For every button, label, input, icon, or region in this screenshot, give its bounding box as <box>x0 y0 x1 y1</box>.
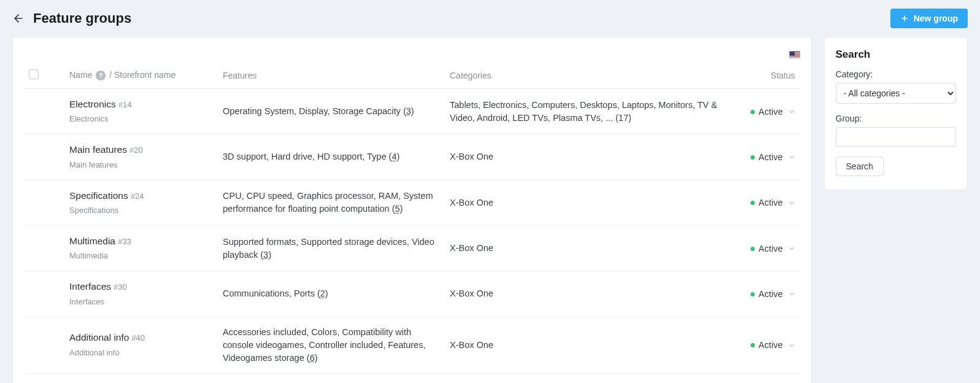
feature-groups-table: Name ? / Storefront name Features Catego… <box>24 64 800 383</box>
page-header: Feature groups New group <box>12 9 968 28</box>
categories-text: X-Box One <box>445 180 727 225</box>
status-label: Active <box>758 242 783 255</box>
chevron-down-icon <box>788 153 795 161</box>
category-label: Category: <box>836 69 956 79</box>
chevron-down-icon <box>788 108 795 115</box>
storefront-name: Additional info <box>69 347 213 359</box>
group-name-link[interactable]: Additional info <box>69 332 129 342</box>
chevron-down-icon <box>788 342 795 349</box>
features-count-link[interactable]: (4) <box>389 152 400 161</box>
search-button[interactable]: Search <box>836 157 884 176</box>
status-dropdown[interactable]: Active <box>750 339 795 352</box>
group-name-link[interactable]: Multimedia <box>69 236 115 246</box>
help-icon[interactable]: ? <box>96 71 106 80</box>
status-dropdown[interactable]: Active <box>750 106 795 118</box>
group-input[interactable] <box>836 127 956 147</box>
status-active-icon <box>750 343 755 347</box>
group-id: #30 <box>114 282 127 292</box>
categories-text: Tablets, Electronics, Computers, Desktop… <box>445 89 727 134</box>
group-id: #24 <box>131 192 144 201</box>
table-row: Dimensions#37DimensionsDimensions (W x H… <box>24 373 800 383</box>
back-arrow-icon[interactable] <box>12 12 25 25</box>
group-id: #40 <box>131 333 145 342</box>
new-group-button[interactable]: New group <box>890 9 968 28</box>
group-id: #33 <box>118 237 131 246</box>
col-header-categories: Categories <box>445 64 727 89</box>
new-group-label: New group <box>914 14 958 23</box>
storefront-name: Specifications <box>69 205 213 217</box>
categories-text: X-Box One <box>445 317 727 373</box>
status-label: Active <box>758 339 783 352</box>
features-count-link[interactable]: (3) <box>403 106 414 116</box>
status-active-icon <box>750 201 755 205</box>
col-header-name-suffix: / Storefront name <box>109 70 176 80</box>
col-header-name: Name ? / Storefront name <box>64 64 218 89</box>
features-count-link[interactable]: (5) <box>392 204 403 214</box>
status-dropdown[interactable]: Active <box>750 242 795 255</box>
features-text: Supported formats, Supported storage dev… <box>223 237 434 260</box>
features-text: Communications, Ports <box>223 288 317 298</box>
status-dropdown[interactable]: Active <box>750 151 795 164</box>
features-text: Operating System, Display, Storage Capac… <box>223 106 403 116</box>
group-name-link[interactable]: Electronics <box>69 99 116 109</box>
table-row: Electronics#14ElectronicsOperating Syste… <box>24 89 800 134</box>
group-name-link[interactable]: Main features <box>69 144 127 155</box>
chevron-down-icon <box>788 199 795 207</box>
storefront-name: Main features <box>69 160 213 171</box>
language-flag-icon[interactable] <box>789 51 800 58</box>
storefront-name: Interfaces <box>69 296 213 308</box>
table-row: Interfaces#30InterfacesCommunications, P… <box>24 271 800 317</box>
status-active-icon <box>750 110 755 114</box>
features-count-link[interactable]: (2) <box>317 288 328 298</box>
status-dropdown[interactable]: Active <box>750 288 795 301</box>
categories-text: X-Box One <box>445 134 727 180</box>
status-dropdown[interactable]: Active <box>750 196 795 209</box>
group-label: Group: <box>836 114 956 123</box>
main-panel: Name ? / Storefront name Features Catego… <box>12 37 812 383</box>
table-row: Additional info#40Additional infoAccesso… <box>24 317 800 373</box>
table-row: Multimedia#33MultimediaSupported formats… <box>24 225 800 271</box>
features-count-link[interactable]: (3) <box>260 250 271 260</box>
features-count-link[interactable]: (6) <box>307 353 318 363</box>
categories-text: X-Box One <box>445 373 727 383</box>
col-header-name-prefix: Name <box>69 70 92 80</box>
status-active-icon <box>750 155 755 160</box>
select-all-checkbox[interactable] <box>29 69 39 79</box>
status-label: Active <box>758 196 783 209</box>
categories-text: X-Box One <box>445 271 727 317</box>
chevron-down-icon <box>788 245 795 252</box>
group-id: #14 <box>118 100 132 109</box>
col-header-status: Status <box>727 64 800 89</box>
search-title: Search <box>836 48 956 61</box>
group-id: #20 <box>129 145 143 155</box>
group-name-link[interactable]: Interfaces <box>69 281 111 292</box>
group-name-link[interactable]: Specifications <box>69 190 128 201</box>
table-row: Specifications#24SpecificationsCPU, CPU … <box>24 180 800 225</box>
status-label: Active <box>758 151 783 164</box>
category-select[interactable]: - All categories - <box>836 83 956 104</box>
storefront-name: Multimedia <box>69 250 213 262</box>
search-panel: Search Category: - All categories - Grou… <box>824 37 968 190</box>
features-text: 3D support, Hard drive, HD support, Type <box>223 152 389 161</box>
storefront-name: Electronics <box>69 114 213 125</box>
categories-text: X-Box One <box>445 225 727 271</box>
status-label: Active <box>758 106 783 118</box>
page-title: Feature groups <box>33 10 131 26</box>
table-row: Main features#20Main features3D support,… <box>24 134 800 180</box>
status-active-icon <box>750 247 755 251</box>
plus-icon <box>900 14 909 23</box>
status-label: Active <box>758 288 783 301</box>
status-active-icon <box>750 292 755 296</box>
col-header-features: Features <box>218 64 445 89</box>
chevron-down-icon <box>788 290 795 298</box>
features-text: Accessories included, Colors, Compatibil… <box>223 327 425 363</box>
